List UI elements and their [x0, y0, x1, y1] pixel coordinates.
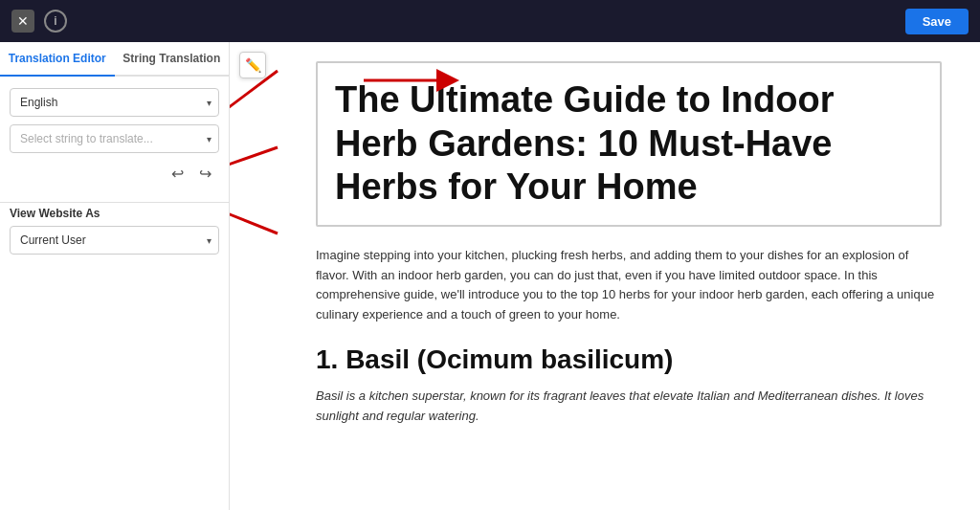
section1-heading: 1. Basil (Ocimum basilicum): [316, 344, 942, 375]
undo-redo-row: ↩ ↪: [10, 161, 219, 187]
main-layout: Translation Editor String Translation En…: [0, 42, 980, 510]
tab-translation-editor[interactable]: Translation Editor: [0, 42, 115, 77]
save-button[interactable]: Save: [905, 9, 969, 34]
svg-line-3: [230, 203, 278, 233]
intro-paragraph: Imagine stepping into your kitchen, pluc…: [316, 246, 942, 325]
svg-line-2: [230, 147, 278, 174]
string-select-wrapper: Select string to translate... ▾: [10, 124, 219, 153]
undo-button[interactable]: ↩: [167, 163, 188, 185]
top-bar: ✕ i Save: [0, 0, 980, 42]
article-title-box: The Ultimate Guide to Indoor Herb Garden…: [316, 61, 942, 227]
edit-pencil-button[interactable]: ✏️: [239, 52, 266, 78]
sidebar: Translation Editor String Translation En…: [0, 42, 230, 510]
string-select[interactable]: Select string to translate...: [10, 124, 219, 153]
user-select[interactable]: Current User: [10, 226, 219, 255]
sidebar-content: English ▾ Select string to translate... …: [0, 77, 229, 198]
view-website-section: View Website As Current User ▾: [0, 207, 229, 264]
section-divider: [0, 202, 229, 203]
view-website-label: View Website As: [10, 207, 219, 220]
user-select-wrapper: Current User ▾: [10, 226, 219, 255]
content-inner: ✏️ The Ultimate Guide to Indoor Herb Gar…: [230, 42, 980, 465]
article-body: Imagine stepping into your kitchen, pluc…: [316, 246, 942, 427]
svg-line-1: [230, 71, 278, 128]
language-select-wrapper: English ▾: [10, 88, 219, 117]
sidebar-tabs: Translation Editor String Translation: [0, 42, 229, 77]
close-button[interactable]: ✕: [11, 10, 34, 33]
tab-string-translation[interactable]: String Translation: [115, 42, 230, 77]
top-bar-left: ✕ i: [11, 10, 67, 33]
article-title: The Ultimate Guide to Indoor Herb Garden…: [335, 78, 923, 210]
redo-button[interactable]: ↪: [195, 163, 215, 185]
info-icon[interactable]: i: [44, 10, 67, 33]
language-select[interactable]: English: [10, 88, 219, 117]
section1-paragraph: Basil is a kitchen superstar, known for …: [316, 387, 942, 427]
content-area: ✏️ The Ultimate Guide to Indoor Herb Gar…: [230, 42, 980, 510]
